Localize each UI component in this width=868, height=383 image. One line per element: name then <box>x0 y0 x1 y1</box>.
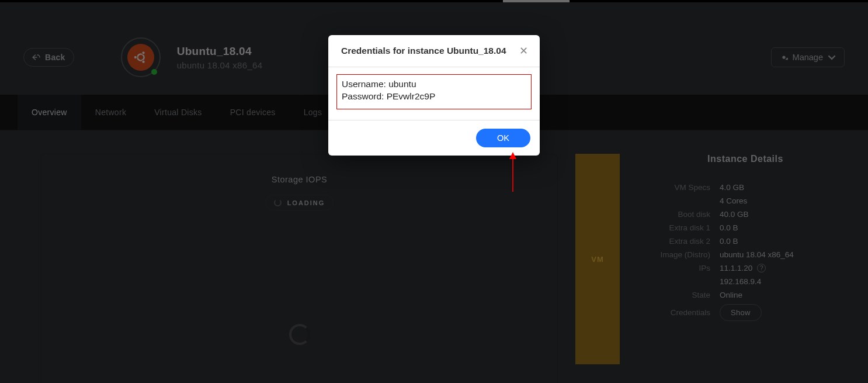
credentials-modal: Credentials for instance Ubuntu_18.04 ✕ … <box>328 35 540 156</box>
tab-pci-devices[interactable]: PCI devices <box>216 95 290 130</box>
label-ips: IPs <box>646 264 710 272</box>
label-image: Image (Distro) <box>646 250 710 259</box>
show-credentials-button[interactable]: Show <box>720 304 762 321</box>
value-boot-disk: 40.0 GB <box>720 210 749 219</box>
gear-icon <box>780 53 788 61</box>
loading-label: LOADING <box>287 199 325 206</box>
label-credentials: Credentials <box>646 308 710 317</box>
detail-row-boot-disk: Boot disk 40.0 GB <box>646 208 845 221</box>
value-ip-1: 11.1.1.20 <box>720 264 752 272</box>
storage-iops-panel: Storage IOPS LOADING <box>41 154 558 383</box>
svg-point-0 <box>137 54 144 60</box>
instance-details-panel: Instance Details VM Specs 4.0 GB 4 Cores… <box>646 154 845 383</box>
manage-button[interactable]: Manage <box>771 47 845 67</box>
svg-point-3 <box>142 60 145 63</box>
back-label: Back <box>45 53 65 62</box>
username-label: Username: <box>342 79 386 89</box>
label-extra-disk-2: Extra disk 2 <box>646 237 710 246</box>
detail-row-ip2: 192.168.9.4 <box>646 275 845 288</box>
instance-title: Ubuntu_18.04 <box>177 45 263 58</box>
spinner-icon <box>274 199 282 206</box>
close-icon[interactable]: ✕ <box>519 46 528 56</box>
detail-row-extra-disk-1: Extra disk 1 0.0 B <box>646 221 845 234</box>
value-vm-ram: 4.0 GB <box>720 183 744 192</box>
label-extra-disk-1: Extra disk 1 <box>646 223 710 232</box>
detail-row-vm-cores: 4 Cores <box>646 194 845 208</box>
username-value: ubuntu <box>388 79 416 89</box>
annotation-arrow <box>509 152 517 192</box>
ubuntu-icon <box>127 44 154 71</box>
svg-point-1 <box>134 56 137 58</box>
details-title: Instance Details <box>646 154 845 164</box>
label-boot-disk: Boot disk <box>646 210 710 219</box>
label-vm-specs: VM Specs <box>646 183 710 192</box>
back-button[interactable]: Back <box>23 48 74 67</box>
ok-button[interactable]: OK <box>476 129 530 147</box>
value-ip-2: 192.168.9.4 <box>720 277 761 286</box>
detail-row-extra-disk-2: Extra disk 2 0.0 B <box>646 234 845 248</box>
instance-meta: Ubuntu_18.04 ubuntu 18.04 x86_64 <box>177 45 263 70</box>
modal-body: Username: ubuntu Password: PEvwlr2c9P <box>328 67 540 120</box>
svg-point-2 <box>142 51 145 54</box>
detail-row-vm-specs: VM Specs 4.0 GB <box>646 181 845 194</box>
tab-overview[interactable]: Overview <box>18 95 81 130</box>
detail-row-state: State Online <box>646 288 845 302</box>
detail-row-credentials: Credentials Show <box>646 302 845 323</box>
modal-header: Credentials for instance Ubuntu_18.04 ✕ <box>328 35 540 67</box>
vm-badge: VM <box>575 154 620 364</box>
modal-title: Credentials for instance Ubuntu_18.04 <box>341 46 519 56</box>
back-arrow-icon <box>32 54 40 60</box>
value-image: ubuntu 18.04 x86_64 <box>720 250 794 259</box>
help-icon[interactable]: ? <box>757 264 766 272</box>
value-state: Online <box>720 291 742 299</box>
label-state: State <box>646 291 710 299</box>
tab-virtual-disks[interactable]: Virtual Disks <box>140 95 216 130</box>
manage-label: Manage <box>793 53 823 62</box>
loading-indicator: LOADING <box>265 195 334 211</box>
large-spinner-icon <box>289 324 310 345</box>
credentials-box: Username: ubuntu Password: PEvwlr2c9P <box>336 74 532 109</box>
topbar-active-indicator <box>503 0 570 2</box>
password-value: PEvwlr2c9P <box>387 91 436 101</box>
detail-row-ips: IPs 11.1.1.20 ? <box>646 261 845 275</box>
storage-title: Storage IOPS <box>41 175 557 184</box>
value-extra-disk-1: 0.0 B <box>720 223 738 232</box>
value-extra-disk-2: 0.0 B <box>720 237 738 246</box>
topbar <box>0 0 868 2</box>
status-online-dot <box>151 69 157 75</box>
instance-logo <box>121 37 161 77</box>
detail-row-image: Image (Distro) ubuntu 18.04 x86_64 <box>646 248 845 261</box>
value-vm-cores: 4 Cores <box>720 196 747 205</box>
instance-subtitle: ubuntu 18.04 x86_64 <box>177 60 263 70</box>
modal-footer: OK <box>328 120 540 156</box>
password-label: Password: <box>342 91 384 101</box>
tab-network[interactable]: Network <box>81 95 140 130</box>
chevron-down-icon <box>828 53 836 61</box>
